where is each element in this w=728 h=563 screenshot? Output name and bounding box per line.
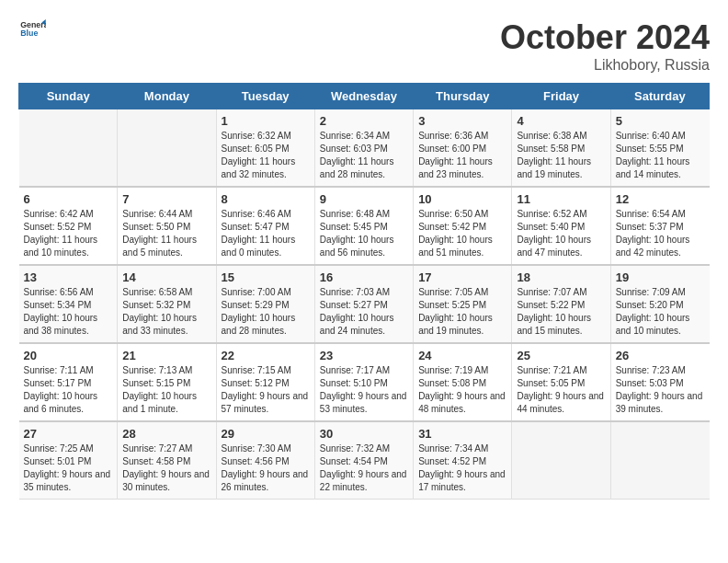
day-header-monday: Monday	[118, 84, 216, 109]
calendar-cell: 18Sunrise: 7:07 AM Sunset: 5:22 PM Dayli…	[512, 265, 610, 343]
day-number: 1	[222, 114, 310, 128]
calendar-cell: 6Sunrise: 6:42 AM Sunset: 5:52 PM Daylig…	[19, 187, 118, 265]
day-number: 11	[517, 192, 605, 206]
logo: General Blue	[18, 18, 46, 42]
calendar-cell: 25Sunrise: 7:21 AM Sunset: 5:05 PM Dayli…	[512, 343, 610, 421]
day-number: 5	[616, 114, 705, 128]
calendar-cell: 8Sunrise: 6:46 AM Sunset: 5:47 PM Daylig…	[216, 187, 314, 265]
day-header-thursday: Thursday	[414, 84, 512, 109]
day-number: 6	[24, 192, 113, 206]
day-header-friday: Friday	[512, 84, 610, 109]
day-number: 30	[320, 427, 408, 441]
calendar-cell: 10Sunrise: 6:50 AM Sunset: 5:42 PM Dayli…	[414, 187, 512, 265]
day-number: 7	[122, 192, 210, 206]
day-number: 17	[418, 270, 506, 284]
day-info: Sunrise: 7:34 AM Sunset: 4:52 PM Dayligh…	[418, 442, 506, 494]
title-area: October 2024 Likhobory, Russia	[500, 18, 710, 74]
day-info: Sunrise: 6:58 AM Sunset: 5:32 PM Dayligh…	[122, 286, 210, 338]
day-info: Sunrise: 6:54 AM Sunset: 5:37 PM Dayligh…	[616, 208, 705, 259]
day-info: Sunrise: 6:52 AM Sunset: 5:40 PM Dayligh…	[517, 208, 605, 259]
day-number: 16	[320, 270, 408, 284]
calendar-cell	[610, 421, 709, 500]
day-number: 22	[222, 349, 310, 362]
calendar-cell: 16Sunrise: 7:03 AM Sunset: 5:27 PM Dayli…	[314, 265, 413, 343]
calendar-table: SundayMondayTuesdayWednesdayThursdayFrid…	[18, 83, 710, 500]
calendar-cell: 21Sunrise: 7:13 AM Sunset: 5:15 PM Dayli…	[118, 343, 216, 421]
days-header-row: SundayMondayTuesdayWednesdayThursdayFrid…	[19, 84, 710, 109]
month-title: October 2024	[500, 18, 710, 57]
calendar-cell: 27Sunrise: 7:25 AM Sunset: 5:01 PM Dayli…	[19, 421, 118, 500]
day-header-wednesday: Wednesday	[314, 84, 413, 109]
day-info: Sunrise: 6:50 AM Sunset: 5:42 PM Dayligh…	[418, 208, 506, 259]
calendar-cell: 4Sunrise: 6:38 AM Sunset: 5:58 PM Daylig…	[512, 109, 610, 188]
day-info: Sunrise: 7:11 AM Sunset: 5:17 PM Dayligh…	[24, 364, 113, 416]
day-info: Sunrise: 6:32 AM Sunset: 6:05 PM Dayligh…	[222, 130, 310, 181]
calendar-cell: 14Sunrise: 6:58 AM Sunset: 5:32 PM Dayli…	[118, 265, 216, 343]
day-info: Sunrise: 6:38 AM Sunset: 5:58 PM Dayligh…	[517, 130, 605, 181]
calendar-cell: 17Sunrise: 7:05 AM Sunset: 5:25 PM Dayli…	[414, 265, 512, 343]
day-info: Sunrise: 6:44 AM Sunset: 5:50 PM Dayligh…	[122, 208, 210, 259]
week-row-5: 27Sunrise: 7:25 AM Sunset: 5:01 PM Dayli…	[19, 421, 710, 500]
calendar-cell: 29Sunrise: 7:30 AM Sunset: 4:56 PM Dayli…	[216, 421, 314, 500]
location: Likhobory, Russia	[500, 57, 710, 74]
day-info: Sunrise: 7:15 AM Sunset: 5:12 PM Dayligh…	[222, 364, 310, 416]
day-number: 21	[122, 349, 210, 362]
day-number: 19	[616, 270, 705, 284]
day-info: Sunrise: 6:56 AM Sunset: 5:34 PM Dayligh…	[24, 286, 113, 338]
day-number: 27	[24, 427, 113, 441]
day-number: 18	[517, 270, 605, 284]
day-header-sunday: Sunday	[19, 84, 118, 109]
day-info: Sunrise: 7:03 AM Sunset: 5:27 PM Dayligh…	[320, 286, 408, 338]
day-info: Sunrise: 7:05 AM Sunset: 5:25 PM Dayligh…	[418, 286, 506, 338]
calendar-cell: 9Sunrise: 6:48 AM Sunset: 5:45 PM Daylig…	[314, 187, 413, 265]
calendar-cell: 24Sunrise: 7:19 AM Sunset: 5:08 PM Dayli…	[414, 343, 512, 421]
day-number: 20	[24, 349, 113, 362]
day-info: Sunrise: 7:21 AM Sunset: 5:05 PM Dayligh…	[517, 364, 605, 416]
day-number: 24	[418, 349, 506, 362]
day-number: 31	[418, 427, 506, 441]
calendar-cell: 1Sunrise: 6:32 AM Sunset: 6:05 PM Daylig…	[216, 109, 314, 188]
day-info: Sunrise: 6:40 AM Sunset: 5:55 PM Dayligh…	[616, 130, 705, 181]
calendar-cell: 23Sunrise: 7:17 AM Sunset: 5:10 PM Dayli…	[314, 343, 413, 421]
day-number: 8	[222, 192, 310, 206]
calendar-cell: 13Sunrise: 6:56 AM Sunset: 5:34 PM Dayli…	[19, 265, 118, 343]
day-info: Sunrise: 7:32 AM Sunset: 4:54 PM Dayligh…	[320, 442, 408, 494]
week-row-4: 20Sunrise: 7:11 AM Sunset: 5:17 PM Dayli…	[19, 343, 710, 421]
day-info: Sunrise: 7:07 AM Sunset: 5:22 PM Dayligh…	[517, 286, 605, 338]
day-number: 14	[122, 270, 210, 284]
day-info: Sunrise: 7:30 AM Sunset: 4:56 PM Dayligh…	[222, 442, 310, 494]
day-info: Sunrise: 6:34 AM Sunset: 6:03 PM Dayligh…	[320, 130, 408, 181]
logo-general-text: General Blue	[18, 18, 46, 42]
calendar-cell	[118, 109, 216, 188]
day-info: Sunrise: 7:17 AM Sunset: 5:10 PM Dayligh…	[320, 364, 408, 416]
calendar-cell	[512, 421, 610, 500]
week-row-2: 6Sunrise: 6:42 AM Sunset: 5:52 PM Daylig…	[19, 187, 710, 265]
week-row-1: 1Sunrise: 6:32 AM Sunset: 6:05 PM Daylig…	[19, 109, 710, 188]
calendar-cell: 19Sunrise: 7:09 AM Sunset: 5:20 PM Dayli…	[610, 265, 709, 343]
day-number: 15	[222, 270, 310, 284]
calendar-cell	[19, 109, 118, 188]
calendar-cell: 7Sunrise: 6:44 AM Sunset: 5:50 PM Daylig…	[118, 187, 216, 265]
calendar-cell: 30Sunrise: 7:32 AM Sunset: 4:54 PM Dayli…	[314, 421, 413, 500]
day-header-tuesday: Tuesday	[216, 84, 314, 109]
day-number: 3	[418, 114, 506, 128]
day-number: 23	[320, 349, 408, 362]
day-info: Sunrise: 6:48 AM Sunset: 5:45 PM Dayligh…	[320, 208, 408, 259]
day-header-saturday: Saturday	[610, 84, 709, 109]
calendar-cell: 31Sunrise: 7:34 AM Sunset: 4:52 PM Dayli…	[414, 421, 512, 500]
day-number: 12	[616, 192, 705, 206]
day-info: Sunrise: 7:19 AM Sunset: 5:08 PM Dayligh…	[418, 364, 506, 416]
day-number: 4	[517, 114, 605, 128]
header: General Blue October 2024 Likhobory, Rus…	[18, 18, 710, 74]
calendar-cell: 2Sunrise: 6:34 AM Sunset: 6:03 PM Daylig…	[314, 109, 413, 188]
day-info: Sunrise: 7:13 AM Sunset: 5:15 PM Dayligh…	[122, 364, 210, 416]
day-info: Sunrise: 7:27 AM Sunset: 4:58 PM Dayligh…	[122, 442, 210, 494]
svg-text:Blue: Blue	[20, 29, 38, 38]
calendar-cell: 11Sunrise: 6:52 AM Sunset: 5:40 PM Dayli…	[512, 187, 610, 265]
day-number: 26	[616, 349, 705, 362]
calendar-cell: 15Sunrise: 7:00 AM Sunset: 5:29 PM Dayli…	[216, 265, 314, 343]
day-number: 13	[24, 270, 113, 284]
day-number: 29	[222, 427, 310, 441]
day-info: Sunrise: 6:46 AM Sunset: 5:47 PM Dayligh…	[222, 208, 310, 259]
calendar-cell: 26Sunrise: 7:23 AM Sunset: 5:03 PM Dayli…	[610, 343, 709, 421]
